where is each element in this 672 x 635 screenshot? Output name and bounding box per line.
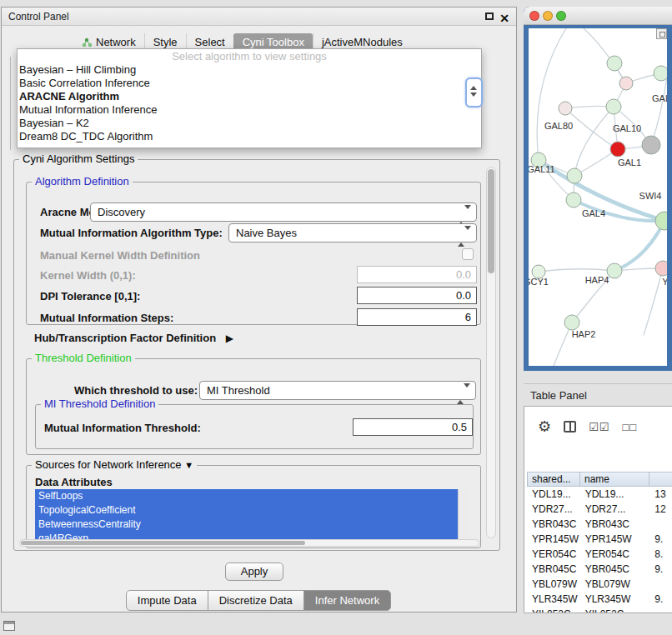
mi-type-combobox[interactable]: Naive Bayes [228,223,477,242]
minimize-traffic-light[interactable] [543,11,553,21]
close-traffic-light[interactable] [529,11,539,21]
table-cell: 12 [650,502,672,517]
table-row[interactable]: YBR045CYBR045C9. [528,562,672,577]
column-header[interactable]: shared... [527,472,580,487]
table-cell: YBL079W [528,577,581,592]
network-canvas[interactable]: GALGAL80GAL10GAL1GAL11GAL4SWI4HAP4YGCY1H… [529,28,667,366]
chevron-right-icon: ▶ [226,332,233,344]
zoom-traffic-light[interactable] [556,11,566,21]
network-node[interactable] [642,136,660,154]
manual-kernel-label: Manual Kernel Width Definition [40,249,200,262]
which-threshold-combobox[interactable]: MI Threshold [199,381,476,400]
network-node[interactable] [654,66,667,81]
dropdown-item[interactable]: Bayesian – Hill Climbing [18,63,481,77]
mi-threshold-field[interactable]: 0.5 [353,418,473,436]
vertical-scrollbar[interactable] [486,167,496,538]
sources-toggle[interactable]: Sources for Network Inference ▼ [32,458,197,471]
network-node[interactable] [610,142,625,157]
network-node-label: Y [662,277,667,287]
dropdown-item[interactable]: Bayesian – K2 [18,117,481,130]
table-row[interactable]: YBR043CYBR043C [528,517,672,532]
dropdown-item[interactable]: Dream8 DC_TDC Algorithm [18,130,481,143]
table-cell: YDL19... [581,487,651,502]
table-row[interactable]: YPR145WYPR145W9. [528,532,672,547]
mi-threshold-group: MI Threshold Definition Mutual Informati… [35,404,474,449]
hub-definition-toggle[interactable]: Hub/Transcription Factor Definition ▶ [34,332,233,344]
control-panel-title: Control Panel [8,11,69,22]
network-node[interactable] [567,168,582,183]
source-item[interactable]: BetweennessCentrality [35,518,458,532]
network-edge [574,107,614,176]
scrollbar-thumb[interactable] [488,169,494,273]
dropdown-item[interactable]: Basic Correlation Inference [18,77,481,90]
network-node-label: HAP2 [572,329,596,339]
tab-discretize-data[interactable]: Discretize Data [208,590,304,611]
table-row[interactable]: YDL19...YDL19...13 [528,487,672,502]
column-header[interactable] [649,472,672,487]
source-item[interactable]: SelfLoops [35,489,458,503]
apply-button[interactable]: Apply [225,562,283,581]
close-icon[interactable]: ✕ [499,9,509,28]
network-node-label: HAP4 [585,275,609,285]
combo-arrows-icon [458,207,471,224]
kernel-width-field[interactable]: 0.0 [357,266,477,283]
table-cell: YBR045C [528,562,581,577]
network-node-label: GCY1 [529,277,549,287]
list-scrollbar[interactable] [458,489,469,547]
dpi-tolerance-field[interactable]: 0.0 [357,287,477,304]
hidden-panel-edge [10,57,11,150]
birdseye-corner-icon[interactable] [656,28,667,39]
aracne-mode-combobox[interactable]: Discovery [90,202,477,222]
columns-icon[interactable] [564,421,576,432]
combo-arrows-icon [470,86,477,97]
table-cell: 13 [650,487,672,502]
horizontal-scrollbar[interactable] [19,539,479,547]
network-node[interactable] [566,192,581,208]
table-row[interactable]: YLR345WYLR345W9. [528,592,672,607]
table-row[interactable]: YDR27...YDR27...12 [528,502,672,517]
table-cell: 9. [650,562,672,577]
table-row[interactable]: YIL052CYIL052C [528,607,672,613]
network-svg: GALGAL80GAL10GAL1GAL11GAL4SWI4HAP4YGCY1H… [529,28,667,366]
network-edge [565,108,618,149]
network-node[interactable] [606,99,621,114]
dpi-tolerance-label: DPI Tolerance [0,1]: [40,290,140,302]
sources-title: Sources for Network Inference [35,458,182,471]
tab-impute-data[interactable]: Impute Data [126,590,208,611]
bottom-tabs: Impute Data Discretize Data Infer Networ… [2,590,516,611]
network-node[interactable] [607,56,622,71]
scrollbar-thumb[interactable] [21,541,305,545]
mi-type-label: Mutual Information Algorithm Type: [40,227,223,239]
mi-steps-field[interactable]: 6 [357,308,477,326]
sources-group: Sources for Network Inference ▼ Data Att… [26,465,481,548]
network-edge [539,269,614,272]
float-window-icon[interactable] [485,12,494,20]
network-node[interactable] [655,261,667,276]
table-row[interactable]: YER054CYER054C8. [528,547,672,562]
dropdown-item[interactable]: Mutual Information Inference [18,103,481,117]
network-node[interactable] [607,263,622,278]
manual-kernel-checkbox[interactable] [462,248,474,260]
column-header[interactable]: name [579,472,649,487]
table-cell: YER054C [528,547,581,562]
data-attributes-rows: SelfLoops TopologicalCoefficient Between… [35,489,458,547]
source-item[interactable]: TopologicalCoefficient [35,503,458,518]
deselect-all-boxes-icon[interactable]: □□ [622,421,637,433]
dropdown-item-selected[interactable]: ARACNE Algorithm [18,90,481,103]
collapsed-panel-icon[interactable] [3,621,15,631]
tab-infer-network[interactable]: Infer Network [303,590,391,611]
network-node[interactable] [559,102,572,115]
table-row[interactable]: YBL079WYBL079W [528,577,672,592]
network-node[interactable] [619,77,633,90]
mi-threshold-label: Mutual Information Threshold: [44,422,201,434]
network-node-label: GAL1 [618,158,641,168]
network-node-label: SWI4 [639,191,662,201]
select-all-checks-icon[interactable]: ☑☑ [589,421,609,433]
network-node[interactable] [564,315,579,330]
table-cell: YBR045C [581,562,651,577]
table-cell: YIL052C [581,607,651,613]
network-node[interactable] [655,212,667,230]
table-cell: YLR345W [528,592,581,607]
gear-icon[interactable]: ⚙ [538,418,551,436]
algorithm-combobox-stepper[interactable] [465,78,483,108]
